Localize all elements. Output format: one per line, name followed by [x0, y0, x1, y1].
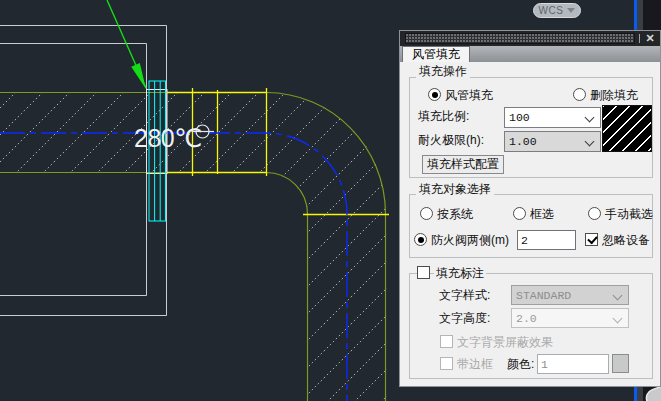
radio-box-select-label: 框选: [530, 208, 554, 221]
fire-limit-value: 1.00: [509, 135, 537, 148]
checkbox-text-mask: [440, 335, 453, 348]
dialog-body: 填充操作 风管填充 删除填充 填充比例: 100 耐火极限(h): 1.00 填…: [400, 62, 660, 386]
radio-box-select[interactable]: [513, 207, 526, 220]
checkbox-fill-annotation-label: 填充标注: [434, 267, 486, 280]
wcs-label: WCS: [539, 5, 564, 16]
damper-sides-input[interactable]: [517, 230, 576, 250]
tab-duct-fill[interactable]: 风管填充: [402, 46, 470, 62]
radio-duct-fill-label: 风管填充: [445, 89, 493, 102]
checkbox-with-border-label: 带边框: [457, 358, 493, 371]
text-height-value: 2.0: [516, 312, 537, 325]
fire-limit-label: 耐火极限(h):: [418, 134, 484, 147]
titlebar-grip[interactable]: [405, 33, 635, 44]
checkbox-text-mask-label: 文字背景屏蔽效果: [457, 336, 553, 349]
radio-by-system[interactable]: [420, 207, 433, 220]
radio-by-system-label: 按系统: [437, 208, 473, 221]
text-style-combobox: STANDARD: [511, 285, 629, 305]
radio-damper-sides[interactable]: [414, 233, 427, 246]
duct-fill-dialog: ✕ 风管填充 填充操作 风管填充 删除填充 填充比例: 100 耐火极限(h):…: [399, 30, 661, 387]
checkbox-with-border: [440, 357, 453, 370]
temperature-label: 280℃: [134, 124, 202, 152]
chevron-down-icon[interactable]: [585, 137, 595, 147]
text-height-combobox: 2.0: [511, 308, 629, 328]
color-label: 颜色:: [507, 358, 534, 371]
titlebar-separator: [639, 34, 640, 43]
radio-duct-fill[interactable]: [428, 88, 441, 101]
fill-style-config-button[interactable]: 填充样式配置: [422, 155, 504, 174]
app-window: 280℃ WCS ✕ 风管填充 填充操作 风管填充 删除填充 填: [0, 0, 661, 401]
close-icon[interactable]: ✕: [642, 31, 658, 46]
text-height-label: 文字高度:: [439, 312, 490, 325]
chevron-down-icon: [613, 314, 623, 324]
checkbox-ignore-equipment-label: 忽略设备: [602, 234, 650, 247]
chevron-down-icon: [613, 291, 623, 301]
dialog-titlebar[interactable]: ✕: [400, 31, 660, 46]
fill-scale-combobox[interactable]: 100: [504, 107, 601, 128]
group-object-selection-label: 填充对象选择: [416, 183, 494, 196]
radio-manual-cut[interactable]: [588, 207, 601, 220]
hatch-preview-swatch: [602, 105, 652, 152]
radio-manual-cut-label: 手动截选: [605, 208, 653, 221]
text-style-label: 文字样式:: [439, 289, 490, 302]
fill-scale-label: 填充比例:: [418, 110, 469, 123]
checkbox-ignore-equipment[interactable]: [585, 233, 598, 246]
chevron-down-icon[interactable]: [585, 113, 595, 123]
color-input[interactable]: [537, 354, 609, 374]
fill-scale-value: 100: [509, 111, 530, 124]
color-swatch-button[interactable]: [612, 354, 629, 373]
dropdown-triangle-icon: [567, 8, 575, 13]
group-fill-operation-label: 填充操作: [416, 65, 470, 78]
dialog-tabrow: 风管填充: [400, 46, 660, 62]
radio-delete-fill-label: 删除填充: [590, 89, 638, 102]
checkbox-fill-annotation[interactable]: [417, 266, 430, 279]
text-style-value: STANDARD: [516, 289, 571, 302]
radio-delete-fill[interactable]: [573, 88, 586, 101]
fire-limit-combobox[interactable]: 1.00: [504, 131, 601, 152]
wcs-control[interactable]: WCS: [533, 3, 581, 18]
radio-damper-sides-label: 防火阀两侧(m): [431, 234, 509, 247]
